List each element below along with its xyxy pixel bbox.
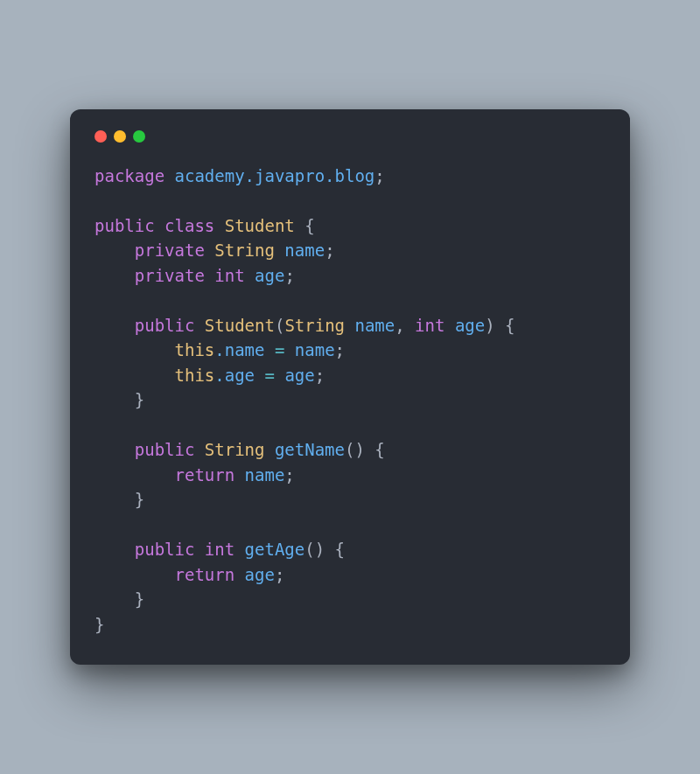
semicolon: ; xyxy=(275,565,284,584)
keyword-private: private xyxy=(135,241,205,260)
comma: , xyxy=(395,316,404,335)
brace: } xyxy=(135,490,144,509)
keyword-this: this xyxy=(175,340,215,359)
type-int: int xyxy=(205,266,245,285)
semicolon: ; xyxy=(315,366,325,385)
dot-age: .age xyxy=(214,366,255,385)
code-line: public Student(String name, int age) { xyxy=(94,316,515,335)
equals: = xyxy=(264,340,294,359)
return-type-int: int xyxy=(194,540,234,559)
paren-open: ( xyxy=(275,316,284,335)
parens: () xyxy=(345,440,365,459)
minimize-icon[interactable] xyxy=(114,130,126,143)
semicolon: ; xyxy=(284,266,294,285)
keyword-return: return xyxy=(175,465,235,485)
semicolon: ; xyxy=(325,241,334,260)
field-name: name xyxy=(275,241,325,260)
maximize-icon[interactable] xyxy=(133,130,145,143)
keyword-class: class xyxy=(155,216,215,235)
indent xyxy=(94,390,135,409)
indent xyxy=(94,340,175,359)
code-line: private String name; xyxy=(94,241,335,260)
code-line: return name; xyxy=(94,465,295,485)
brace: { xyxy=(295,216,315,235)
param-name: name xyxy=(345,316,395,335)
return-type-string: String xyxy=(194,440,264,459)
package-name: academy.javapro.blog xyxy=(164,166,374,185)
parens: () xyxy=(304,540,325,559)
keyword-this: this xyxy=(175,366,215,385)
code-line: private int age; xyxy=(94,266,295,285)
field-age: age xyxy=(245,266,285,285)
semicolon: ; xyxy=(335,340,345,359)
code-line: public int getAge() { xyxy=(94,540,345,559)
return-value: age xyxy=(234,565,275,584)
code-line: } xyxy=(94,390,144,409)
brace: { xyxy=(325,540,345,559)
method-getage: getAge xyxy=(234,540,304,559)
code-window: package academy.javapro.blog; public cla… xyxy=(70,109,630,666)
value-age: age xyxy=(284,366,314,385)
type-string: String xyxy=(205,241,275,260)
code-line: public class Student { xyxy=(94,216,315,235)
dot-name: .name xyxy=(214,340,264,359)
code-line: } xyxy=(94,615,104,634)
code-block: package academy.javapro.blog; public cla… xyxy=(94,164,606,638)
indent xyxy=(94,465,175,485)
keyword-private: private xyxy=(135,266,205,285)
return-value: name xyxy=(234,465,284,485)
indent xyxy=(94,266,135,285)
code-line: this.age = age; xyxy=(94,366,325,385)
value-name: name xyxy=(295,340,335,359)
indent xyxy=(94,540,135,559)
keyword-public: public xyxy=(135,540,195,559)
brace: { xyxy=(365,440,385,459)
indent xyxy=(94,490,135,509)
code-line: public String getName() { xyxy=(94,440,385,459)
close-icon[interactable] xyxy=(94,130,107,143)
indent xyxy=(94,589,135,609)
indent xyxy=(94,241,135,260)
brace: } xyxy=(135,589,144,609)
brace: } xyxy=(135,390,144,409)
constructor-name: Student xyxy=(194,316,275,335)
class-name: Student xyxy=(214,216,295,235)
equals: = xyxy=(255,366,284,385)
keyword-public: public xyxy=(135,316,195,335)
keyword-public: public xyxy=(135,440,195,459)
indent xyxy=(94,316,135,335)
brace: } xyxy=(94,615,104,634)
indent xyxy=(94,565,175,584)
indent xyxy=(94,440,135,459)
param-type-string: String xyxy=(284,316,345,335)
semicolon: ; xyxy=(284,465,294,485)
keyword-public: public xyxy=(94,216,155,235)
keyword-package: package xyxy=(94,166,164,185)
semicolon: ; xyxy=(374,166,384,185)
param-age: age xyxy=(444,316,485,335)
paren-close: ) xyxy=(485,316,494,335)
param-type-int: int xyxy=(405,316,445,335)
traffic-lights xyxy=(94,130,606,143)
code-line: this.name = name; xyxy=(94,340,345,359)
keyword-return: return xyxy=(175,565,235,584)
code-line: package academy.javapro.blog; xyxy=(94,166,385,185)
code-line: } xyxy=(94,490,144,509)
method-getname: getName xyxy=(264,440,345,459)
indent xyxy=(94,366,175,385)
code-line: } xyxy=(94,589,144,609)
brace: { xyxy=(495,316,515,335)
code-line: return age; xyxy=(94,565,284,584)
